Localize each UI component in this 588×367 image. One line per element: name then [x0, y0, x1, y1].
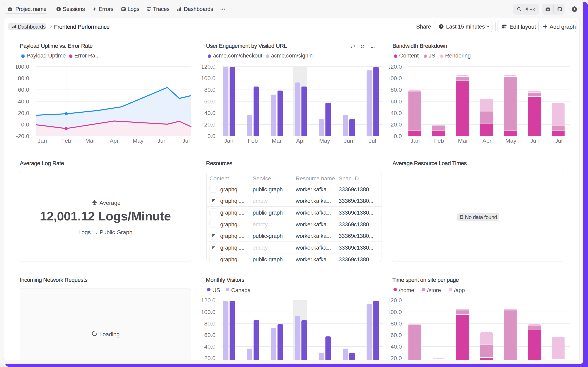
- svg-text:120.0: 120.0: [202, 63, 215, 70]
- svg-text:Jun: Jun: [157, 137, 167, 144]
- svg-text:80.0: 80.0: [391, 320, 402, 327]
- svg-text:40.0: 40.0: [391, 110, 402, 116]
- svg-text:60.0: 60.0: [204, 332, 215, 338]
- svg-text:Feb: Feb: [248, 137, 258, 144]
- svg-text:-20.0: -20.0: [16, 133, 29, 139]
- svg-text:Jan: Jan: [224, 137, 233, 144]
- svg-text:Jul: Jul: [369, 137, 376, 144]
- svg-text:120.0: 120.0: [389, 63, 402, 70]
- svg-text:80.0: 80.0: [204, 86, 215, 93]
- svg-text:Jul: Jul: [182, 137, 190, 144]
- svg-text:20.0: 20.0: [18, 110, 29, 116]
- svg-text:100.0: 100.0: [389, 309, 402, 315]
- svg-text:40.0: 40.0: [391, 343, 402, 350]
- svg-text:60.0: 60.0: [391, 98, 402, 105]
- svg-text:0.0: 0.0: [21, 121, 29, 128]
- svg-text:Feb: Feb: [61, 137, 71, 144]
- svg-text:80.0: 80.0: [18, 75, 29, 81]
- svg-text:Jun: Jun: [530, 137, 539, 144]
- svg-text:May: May: [319, 137, 330, 144]
- svg-text:120.0: 120.0: [389, 297, 402, 303]
- svg-text:80.0: 80.0: [204, 320, 215, 327]
- svg-text:40.0: 40.0: [18, 98, 29, 105]
- svg-text:Jan: Jan: [38, 137, 47, 144]
- svg-text:Mar: Mar: [458, 137, 468, 144]
- svg-text:May: May: [133, 137, 144, 144]
- svg-text:20.0: 20.0: [391, 121, 402, 128]
- svg-text:60.0: 60.0: [391, 332, 402, 338]
- svg-text:Apr: Apr: [296, 137, 305, 144]
- svg-text:0.0: 0.0: [207, 133, 215, 139]
- svg-text:Apr: Apr: [482, 137, 492, 144]
- svg-text:20.0: 20.0: [204, 355, 215, 360]
- svg-text:60.0: 60.0: [204, 98, 215, 105]
- svg-text:20.0: 20.0: [204, 121, 215, 128]
- svg-text:120.0: 120.0: [202, 297, 215, 303]
- svg-text:Mar: Mar: [85, 137, 95, 144]
- svg-text:100.0: 100.0: [16, 63, 29, 70]
- svg-text:Jul: Jul: [555, 137, 562, 144]
- svg-text:Mar: Mar: [272, 137, 282, 144]
- svg-text:20.0: 20.0: [391, 355, 402, 360]
- svg-text:100.0: 100.0: [389, 75, 402, 81]
- svg-text:40.0: 40.0: [204, 110, 215, 116]
- svg-text:100.0: 100.0: [202, 75, 215, 81]
- svg-text:100.0: 100.0: [202, 309, 215, 315]
- svg-text:80.0: 80.0: [391, 86, 402, 93]
- svg-text:Feb: Feb: [434, 137, 444, 144]
- svg-text:0.0: 0.0: [394, 133, 402, 139]
- svg-text:Apr: Apr: [110, 137, 119, 144]
- svg-text:40.0: 40.0: [204, 343, 215, 350]
- svg-text:Jun: Jun: [344, 137, 353, 144]
- svg-text:60.0: 60.0: [18, 86, 29, 93]
- svg-text:May: May: [505, 137, 517, 144]
- svg-text:Jan: Jan: [411, 137, 420, 144]
